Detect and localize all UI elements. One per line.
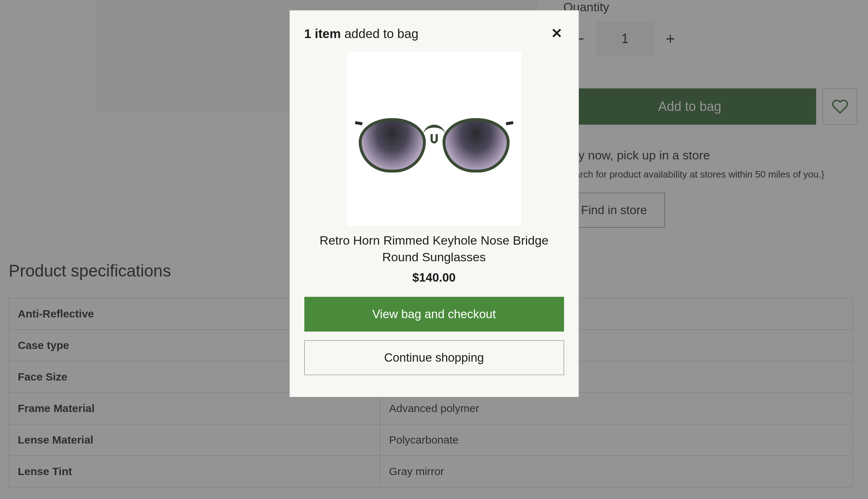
modal-product-image [347, 52, 521, 226]
close-button[interactable]: ✕ [550, 26, 564, 40]
product-page: Quantity − + Add to bag Buy now, pick up… [0, 0, 868, 499]
sunglasses-icon [358, 115, 510, 177]
added-to-bag-modal: 1 item added to bag ✕ R [289, 10, 579, 397]
modal-product-name: Retro Horn Rimmed Keyhole Nose Bridge Ro… [307, 232, 562, 266]
close-icon: ✕ [551, 26, 563, 41]
modal-title: 1 item added to bag [304, 26, 419, 41]
modal-overlay[interactable]: 1 item added to bag ✕ R [0, 0, 868, 499]
modal-product-price: $140.00 [304, 271, 564, 284]
view-bag-button[interactable]: View bag and checkout [304, 297, 564, 332]
continue-shopping-button[interactable]: Continue shopping [304, 340, 564, 375]
